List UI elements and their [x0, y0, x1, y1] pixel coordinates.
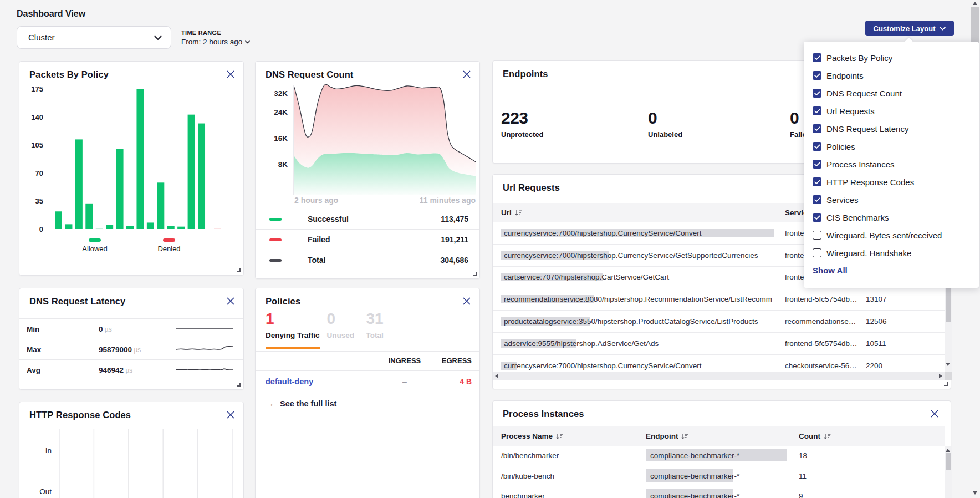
policy-egress: 4 B	[436, 377, 472, 386]
close-icon[interactable]	[931, 410, 938, 418]
vertical-scrollbar[interactable]	[945, 446, 952, 498]
url-cell: cartservice:7070/hipstershop.CartService…	[493, 273, 785, 281]
svg-text:0: 0	[39, 225, 43, 233]
checkbox-checked-icon[interactable]	[813, 53, 821, 62]
menu-item-process-instances[interactable]: Process Instances	[813, 155, 979, 173]
resize-handle[interactable]	[944, 382, 948, 386]
count-cell: 12506	[866, 317, 945, 326]
policies-tab-unused[interactable]: 0Unused	[327, 311, 359, 349]
menu-item-http-response-codes[interactable]: HTTP Response Codes	[813, 173, 979, 191]
column-header-count[interactable]: Count	[799, 432, 876, 440]
table-row[interactable]: /bin/kube-benchcompliance-benchmarker-*1…	[493, 466, 945, 487]
scroll-right-arrow[interactable]	[939, 374, 942, 378]
horizontal-scrollbar[interactable]	[493, 372, 945, 380]
checkbox-unchecked-icon[interactable]	[813, 248, 821, 257]
card-title: Process Instances	[503, 409, 584, 419]
table-row[interactable]: recommendationservice:8080/hipstershop.R…	[493, 288, 945, 311]
url-cell: currencyservice:7000/hipstershop.Currenc…	[493, 251, 785, 260]
svg-text:140: 140	[31, 113, 43, 121]
menu-items: Packets By PolicyEndpointsDNS Request Co…	[813, 49, 979, 262]
menu-item-label: Packets By Policy	[826, 53, 892, 63]
legend-value: 304,686	[440, 256, 468, 265]
resize-handle[interactable]	[237, 268, 241, 272]
column-header-url[interactable]: Url	[493, 209, 785, 217]
menu-item-cis-benchmarks[interactable]: CIS Benchmarks	[813, 209, 979, 226]
policies-table-header: INGRESS EGRESS	[256, 351, 479, 371]
scrollbar-thumb[interactable]	[971, 7, 979, 43]
scroll-left-arrow[interactable]	[495, 374, 498, 378]
checkbox-checked-icon[interactable]	[813, 142, 821, 151]
view-selector-value: Cluster	[28, 33, 154, 42]
table-row[interactable]: benchmarkercompliance-benchmarker-*9	[493, 486, 945, 498]
card-http-response-codes: HTTP Response Codes InOut	[19, 402, 244, 498]
latency-label: Min	[27, 325, 99, 333]
process-table-body: /bin/benchmarkercompliance-benchmarker-*…	[493, 446, 945, 498]
count-cell: 10511	[866, 339, 945, 348]
policy-row: default-deny–4 B	[256, 371, 479, 392]
menu-item-label: Wireguard. Bytes sent/received	[826, 231, 942, 240]
checkbox-checked-icon[interactable]	[813, 89, 821, 98]
customize-layout-button[interactable]: Customize Layout	[865, 21, 954, 36]
menu-item-url-requests[interactable]: Url Requests	[813, 102, 979, 120]
checkbox-checked-icon[interactable]	[813, 106, 821, 115]
checkbox-checked-icon[interactable]	[813, 195, 821, 204]
svg-text:Denied: Denied	[157, 245, 180, 253]
endpoint-metric-unlabeled: 0Unlabeled	[648, 110, 790, 139]
scroll-up-arrow[interactable]	[973, 2, 977, 5]
resize-handle[interactable]	[237, 383, 241, 387]
menu-item-services[interactable]: Services	[813, 191, 979, 209]
menu-item-wireguard-handshake[interactable]: Wireguard. Handshake	[813, 244, 979, 262]
url-text: cartservice:7070/hipstershop.CartService…	[501, 273, 669, 281]
legend-swatch	[269, 238, 282, 241]
see-full-list-link[interactable]: → See the full list	[266, 399, 336, 409]
card-title: Endpoints	[503, 69, 548, 79]
close-icon[interactable]	[463, 297, 471, 305]
policies-table: INGRESS EGRESS default-deny–4 B	[256, 351, 479, 392]
card-dns-request-latency: DNS Request Latency Min0 µsMax95879000 µ…	[19, 288, 244, 390]
menu-item-policies[interactable]: Policies	[813, 138, 979, 155]
menu-item-dns-request-latency[interactable]: DNS Request Latency	[813, 120, 979, 138]
table-row[interactable]: /bin/benchmarkercompliance-benchmarker-*…	[493, 446, 945, 466]
sort-icon	[556, 433, 563, 440]
checkbox-checked-icon[interactable]	[813, 160, 821, 169]
checkbox-unchecked-icon[interactable]	[813, 231, 821, 240]
latency-value: 946942 µs	[99, 366, 176, 374]
time-range-value[interactable]: From: 2 hours ago	[181, 38, 250, 46]
menu-item-dns-request-count[interactable]: DNS Request Count	[813, 84, 979, 102]
card-packets-by-policy: Packets By Policy 03570105140175AllowedD…	[19, 61, 244, 276]
dns-request-count-legend: Successful113,475Failed191,211Total304,6…	[256, 209, 479, 270]
chevron-down-icon	[245, 40, 250, 44]
policies-tab-denying-traffic[interactable]: 1Denying Traffic	[266, 311, 320, 349]
policies-tab-total[interactable]: 31Total	[366, 311, 399, 349]
column-header-endpoint[interactable]: Endpoint	[646, 432, 799, 440]
menu-item-endpoints[interactable]: Endpoints	[813, 67, 979, 84]
latency-row-max: Max95879000 µs	[19, 339, 243, 359]
menu-item-wireguard-bytes-sent-received[interactable]: Wireguard. Bytes sent/received	[813, 226, 979, 244]
column-header-process-name[interactable]: Process Name	[493, 432, 646, 440]
resize-handle[interactable]	[473, 272, 477, 276]
scrollbar-corner	[945, 372, 952, 380]
scroll-down-arrow[interactable]	[973, 491, 977, 495]
legend-label: Successful	[308, 215, 441, 223]
menu-item-packets-by-policy[interactable]: Packets By Policy	[813, 49, 979, 67]
close-icon[interactable]	[227, 411, 234, 419]
checkbox-checked-icon[interactable]	[813, 124, 821, 133]
service-cell: checkoutservice-56…	[785, 362, 866, 370]
view-selector[interactable]: Cluster	[17, 26, 171, 49]
column-header-egress: EGRESS	[436, 357, 472, 365]
svg-text:35: 35	[35, 197, 43, 205]
latency-unit: µs	[124, 367, 132, 374]
process-name-cell: benchmarker	[493, 492, 646, 498]
policies-table-body: default-deny–4 B	[256, 371, 479, 392]
checkbox-checked-icon[interactable]	[813, 71, 821, 80]
checkbox-checked-icon[interactable]	[813, 213, 821, 222]
show-all-link[interactable]: Show All	[813, 266, 848, 275]
table-row[interactable]: productcatalogservice:3550/hipstershop.P…	[493, 311, 945, 333]
svg-text:32K: 32K	[274, 89, 288, 98]
table-row[interactable]: adservice:9555/hipstershop.AdService/Get…	[493, 333, 945, 355]
legend-swatch	[269, 218, 282, 221]
latency-unit: µs	[103, 326, 112, 333]
policy-name-link[interactable]: default-deny	[266, 377, 373, 386]
close-icon[interactable]	[227, 297, 234, 305]
checkbox-checked-icon[interactable]	[813, 177, 821, 186]
